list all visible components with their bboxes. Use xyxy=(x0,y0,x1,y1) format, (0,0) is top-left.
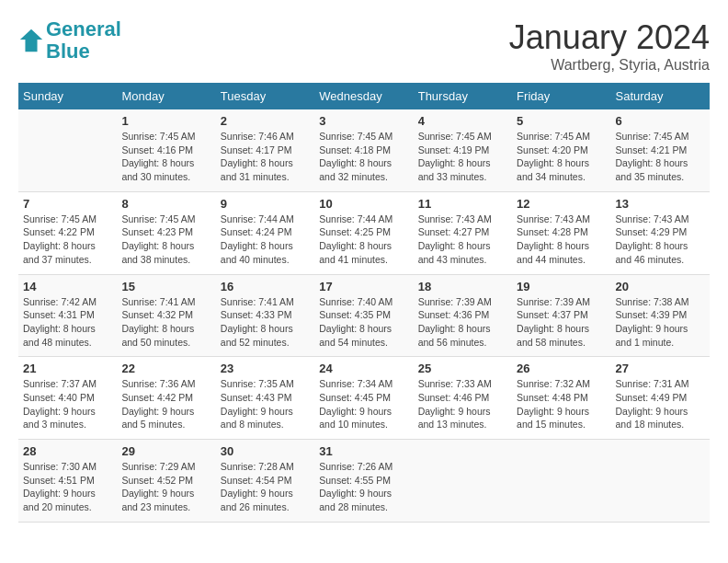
logo-general: General xyxy=(46,17,121,40)
table-row: 19 Sunrise: 7:39 AM Sunset: 4:37 PM Dayl… xyxy=(512,274,610,357)
location: Wartberg, Styria, Austria xyxy=(509,57,710,74)
day-number: 9 xyxy=(221,197,310,211)
logo-text: General Blue xyxy=(46,18,121,63)
day-number: 26 xyxy=(517,362,606,375)
day-number: 14 xyxy=(23,280,112,293)
day-info: Sunrise: 7:26 AM Sunset: 4:55 PM Dayligh… xyxy=(319,460,408,514)
day-info: Sunrise: 7:42 AM Sunset: 4:31 PM Dayligh… xyxy=(23,295,112,350)
table-row xyxy=(512,440,610,523)
day-info: Sunrise: 7:38 AM Sunset: 4:39 PM Dayligh… xyxy=(616,295,705,350)
day-number: 16 xyxy=(221,280,310,293)
table-row: 12 Sunrise: 7:43 AM Sunset: 4:28 PM Dayl… xyxy=(512,191,610,274)
table-row: 28 Sunrise: 7:30 AM Sunset: 4:51 PM Dayl… xyxy=(18,440,117,523)
calendar-week-row: 1 Sunrise: 7:45 AM Sunset: 4:16 PM Dayli… xyxy=(18,109,710,191)
day-info: Sunrise: 7:44 AM Sunset: 4:24 PM Dayligh… xyxy=(221,213,310,267)
day-info: Sunrise: 7:30 AM Sunset: 4:51 PM Dayligh… xyxy=(23,460,112,514)
header-monday: Monday xyxy=(117,83,215,109)
day-number: 2 xyxy=(221,114,310,128)
table-row: 13 Sunrise: 7:43 AM Sunset: 4:29 PM Dayl… xyxy=(611,191,710,274)
table-row: 2 Sunrise: 7:46 AM Sunset: 4:17 PM Dayli… xyxy=(216,109,314,191)
table-row: 23 Sunrise: 7:35 AM Sunset: 4:43 PM Dayl… xyxy=(216,357,314,440)
table-row: 3 Sunrise: 7:45 AM Sunset: 4:18 PM Dayli… xyxy=(314,109,413,191)
table-row: 7 Sunrise: 7:45 AM Sunset: 4:22 PM Dayli… xyxy=(18,191,117,274)
weekday-header-row: Sunday Monday Tuesday Wednesday Thursday… xyxy=(18,83,710,109)
day-info: Sunrise: 7:45 AM Sunset: 4:22 PM Dayligh… xyxy=(23,213,112,267)
day-info: Sunrise: 7:39 AM Sunset: 4:37 PM Dayligh… xyxy=(517,295,606,350)
day-number: 7 xyxy=(23,197,112,211)
header-friday: Friday xyxy=(512,83,610,109)
table-row xyxy=(18,109,117,191)
table-row: 22 Sunrise: 7:36 AM Sunset: 4:42 PM Dayl… xyxy=(117,357,215,440)
table-row: 16 Sunrise: 7:41 AM Sunset: 4:33 PM Dayl… xyxy=(216,274,314,357)
day-number: 5 xyxy=(517,114,606,128)
day-number: 13 xyxy=(616,197,705,211)
day-number: 28 xyxy=(23,444,112,458)
header-wednesday: Wednesday xyxy=(314,83,413,109)
day-info: Sunrise: 7:40 AM Sunset: 4:35 PM Dayligh… xyxy=(319,295,408,350)
day-info: Sunrise: 7:39 AM Sunset: 4:36 PM Dayligh… xyxy=(418,295,507,350)
day-number: 24 xyxy=(319,362,408,375)
header-sunday: Sunday xyxy=(18,83,117,109)
day-info: Sunrise: 7:33 AM Sunset: 4:46 PM Dayligh… xyxy=(418,377,507,431)
title-block: January 2024 Wartberg, Styria, Austria xyxy=(509,18,710,74)
day-info: Sunrise: 7:34 AM Sunset: 4:45 PM Dayligh… xyxy=(319,377,408,431)
header-thursday: Thursday xyxy=(414,83,512,109)
day-number: 19 xyxy=(517,280,606,293)
calendar-week-row: 21 Sunrise: 7:37 AM Sunset: 4:40 PM Dayl… xyxy=(18,357,710,440)
day-info: Sunrise: 7:45 AM Sunset: 4:23 PM Dayligh… xyxy=(121,213,210,267)
table-row: 9 Sunrise: 7:44 AM Sunset: 4:24 PM Dayli… xyxy=(216,191,314,274)
table-row: 14 Sunrise: 7:42 AM Sunset: 4:31 PM Dayl… xyxy=(18,274,117,357)
day-number: 12 xyxy=(517,197,606,211)
day-number: 18 xyxy=(418,280,507,293)
day-info: Sunrise: 7:32 AM Sunset: 4:48 PM Dayligh… xyxy=(517,377,606,431)
day-number: 11 xyxy=(418,197,507,211)
svg-marker-0 xyxy=(20,29,42,52)
table-row: 6 Sunrise: 7:45 AM Sunset: 4:21 PM Dayli… xyxy=(611,109,710,191)
calendar-table: Sunday Monday Tuesday Wednesday Thursday… xyxy=(18,83,710,523)
day-info: Sunrise: 7:45 AM Sunset: 4:19 PM Dayligh… xyxy=(418,130,507,184)
day-info: Sunrise: 7:43 AM Sunset: 4:27 PM Dayligh… xyxy=(418,213,507,267)
table-row: 17 Sunrise: 7:40 AM Sunset: 4:35 PM Dayl… xyxy=(314,274,413,357)
day-info: Sunrise: 7:43 AM Sunset: 4:29 PM Dayligh… xyxy=(616,213,705,267)
day-info: Sunrise: 7:41 AM Sunset: 4:32 PM Dayligh… xyxy=(121,295,210,350)
table-row: 8 Sunrise: 7:45 AM Sunset: 4:23 PM Dayli… xyxy=(117,191,215,274)
table-row: 11 Sunrise: 7:43 AM Sunset: 4:27 PM Dayl… xyxy=(414,191,512,274)
day-number: 31 xyxy=(319,444,408,458)
day-number: 22 xyxy=(121,362,210,375)
logo-icon xyxy=(18,28,44,53)
table-row: 4 Sunrise: 7:45 AM Sunset: 4:19 PM Dayli… xyxy=(414,109,512,191)
day-info: Sunrise: 7:37 AM Sunset: 4:40 PM Dayligh… xyxy=(23,377,112,431)
calendar-week-row: 7 Sunrise: 7:45 AM Sunset: 4:22 PM Dayli… xyxy=(18,191,710,274)
day-info: Sunrise: 7:28 AM Sunset: 4:54 PM Dayligh… xyxy=(221,460,310,514)
table-row: 18 Sunrise: 7:39 AM Sunset: 4:36 PM Dayl… xyxy=(414,274,512,357)
table-row: 26 Sunrise: 7:32 AM Sunset: 4:48 PM Dayl… xyxy=(512,357,610,440)
day-number: 15 xyxy=(121,280,210,293)
day-info: Sunrise: 7:35 AM Sunset: 4:43 PM Dayligh… xyxy=(221,377,310,431)
day-info: Sunrise: 7:36 AM Sunset: 4:42 PM Dayligh… xyxy=(121,377,210,431)
day-number: 3 xyxy=(319,114,408,128)
table-row xyxy=(414,440,512,523)
table-row: 25 Sunrise: 7:33 AM Sunset: 4:46 PM Dayl… xyxy=(414,357,512,440)
header-saturday: Saturday xyxy=(611,83,710,109)
day-number: 20 xyxy=(616,280,705,293)
day-info: Sunrise: 7:45 AM Sunset: 4:18 PM Dayligh… xyxy=(319,130,408,184)
day-info: Sunrise: 7:44 AM Sunset: 4:25 PM Dayligh… xyxy=(319,213,408,267)
day-number: 23 xyxy=(221,362,310,375)
day-info: Sunrise: 7:41 AM Sunset: 4:33 PM Dayligh… xyxy=(221,295,310,350)
table-row: 5 Sunrise: 7:45 AM Sunset: 4:20 PM Dayli… xyxy=(512,109,610,191)
table-row: 1 Sunrise: 7:45 AM Sunset: 4:16 PM Dayli… xyxy=(117,109,215,191)
day-number: 30 xyxy=(221,444,310,458)
logo: General Blue xyxy=(18,18,121,63)
table-row: 29 Sunrise: 7:29 AM Sunset: 4:52 PM Dayl… xyxy=(117,440,215,523)
table-row: 31 Sunrise: 7:26 AM Sunset: 4:55 PM Dayl… xyxy=(314,440,413,523)
day-info: Sunrise: 7:45 AM Sunset: 4:20 PM Dayligh… xyxy=(517,130,606,184)
day-number: 17 xyxy=(319,280,408,293)
day-info: Sunrise: 7:43 AM Sunset: 4:28 PM Dayligh… xyxy=(517,213,606,267)
table-row: 27 Sunrise: 7:31 AM Sunset: 4:49 PM Dayl… xyxy=(611,357,710,440)
day-info: Sunrise: 7:45 AM Sunset: 4:16 PM Dayligh… xyxy=(121,130,210,184)
day-number: 21 xyxy=(23,362,112,375)
day-number: 29 xyxy=(121,444,210,458)
day-number: 6 xyxy=(616,114,705,128)
table-row: 24 Sunrise: 7:34 AM Sunset: 4:45 PM Dayl… xyxy=(314,357,413,440)
calendar-week-row: 28 Sunrise: 7:30 AM Sunset: 4:51 PM Dayl… xyxy=(18,440,710,523)
